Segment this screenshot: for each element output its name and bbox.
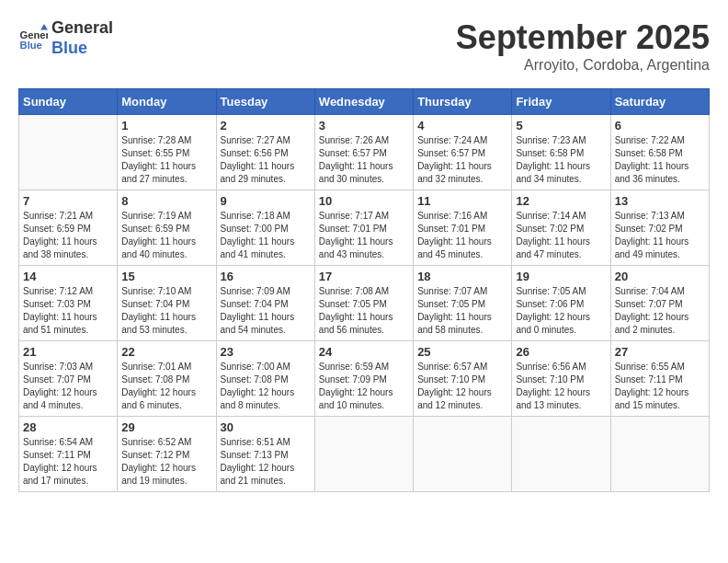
calendar-cell: 5Sunrise: 7:23 AMSunset: 6:58 PMDaylight… bbox=[512, 115, 610, 190]
day-number: 6 bbox=[615, 119, 705, 132]
day-number: 11 bbox=[417, 194, 507, 208]
calendar-week-row: 21Sunrise: 7:03 AMSunset: 7:07 PMDayligh… bbox=[19, 341, 710, 417]
day-header-tuesday: Tuesday bbox=[216, 89, 314, 115]
day-number: 14 bbox=[23, 270, 113, 283]
calendar-cell bbox=[414, 417, 512, 492]
day-header-wednesday: Wednesday bbox=[314, 89, 413, 115]
day-info: Sunrise: 7:24 AMSunset: 6:57 PMDaylight:… bbox=[417, 134, 507, 186]
day-info: Sunrise: 7:00 AMSunset: 7:08 PMDaylight:… bbox=[221, 361, 311, 412]
day-number: 8 bbox=[121, 194, 211, 208]
calendar-cell: 28Sunrise: 6:54 AMSunset: 7:11 PMDayligh… bbox=[19, 417, 118, 492]
day-info: Sunrise: 6:59 AMSunset: 7:09 PMDaylight:… bbox=[319, 361, 409, 412]
calendar-cell: 19Sunrise: 7:05 AMSunset: 7:06 PMDayligh… bbox=[512, 266, 610, 341]
day-header-saturday: Saturday bbox=[610, 89, 709, 115]
day-number: 20 bbox=[615, 270, 705, 283]
day-info: Sunrise: 7:05 AMSunset: 7:06 PMDaylight:… bbox=[516, 285, 606, 337]
day-number: 22 bbox=[121, 345, 211, 359]
calendar-cell: 7Sunrise: 7:21 AMSunset: 6:59 PMDaylight… bbox=[19, 190, 118, 266]
calendar-cell: 29Sunrise: 6:52 AMSunset: 7:12 PMDayligh… bbox=[118, 417, 216, 492]
month-title: September 2025 bbox=[456, 18, 710, 57]
calendar-cell: 11Sunrise: 7:16 AMSunset: 7:01 PMDayligh… bbox=[414, 190, 512, 266]
day-info: Sunrise: 7:18 AMSunset: 7:00 PMDaylight:… bbox=[221, 210, 311, 261]
calendar-cell: 4Sunrise: 7:24 AMSunset: 6:57 PMDaylight… bbox=[414, 115, 512, 190]
day-number: 1 bbox=[121, 119, 211, 132]
day-number: 24 bbox=[319, 345, 409, 359]
day-info: Sunrise: 6:51 AMSunset: 7:13 PMDaylight:… bbox=[221, 436, 311, 488]
calendar-cell: 3Sunrise: 7:26 AMSunset: 6:57 PMDaylight… bbox=[314, 115, 413, 190]
calendar-cell: 30Sunrise: 6:51 AMSunset: 7:13 PMDayligh… bbox=[216, 417, 314, 492]
day-info: Sunrise: 7:28 AMSunset: 6:55 PMDaylight:… bbox=[121, 134, 211, 186]
day-info: Sunrise: 7:26 AMSunset: 6:57 PMDaylight:… bbox=[319, 134, 409, 186]
day-info: Sunrise: 7:21 AMSunset: 6:59 PMDaylight:… bbox=[23, 210, 113, 261]
calendar-cell: 12Sunrise: 7:14 AMSunset: 7:02 PMDayligh… bbox=[512, 190, 610, 266]
day-number: 18 bbox=[417, 270, 507, 283]
day-info: Sunrise: 7:12 AMSunset: 7:03 PMDaylight:… bbox=[23, 285, 113, 337]
day-number: 13 bbox=[615, 194, 705, 208]
day-info: Sunrise: 7:01 AMSunset: 7:08 PMDaylight:… bbox=[121, 361, 211, 412]
day-info: Sunrise: 6:55 AMSunset: 7:11 PMDaylight:… bbox=[615, 361, 705, 412]
logo-text: General Blue bbox=[51, 18, 113, 58]
day-number: 5 bbox=[516, 119, 606, 132]
svg-text:Blue: Blue bbox=[20, 40, 42, 51]
calendar-cell bbox=[19, 115, 118, 190]
svg-text:General: General bbox=[20, 29, 48, 40]
title-block: September 2025 Arroyito, Cordoba, Argent… bbox=[456, 18, 710, 74]
calendar-cell: 13Sunrise: 7:13 AMSunset: 7:02 PMDayligh… bbox=[610, 190, 709, 266]
day-info: Sunrise: 7:22 AMSunset: 6:58 PMDaylight:… bbox=[615, 134, 705, 186]
day-info: Sunrise: 7:08 AMSunset: 7:05 PMDaylight:… bbox=[319, 285, 409, 337]
day-info: Sunrise: 7:23 AMSunset: 6:58 PMDaylight:… bbox=[516, 134, 606, 186]
day-number: 2 bbox=[221, 119, 311, 132]
calendar-cell: 22Sunrise: 7:01 AMSunset: 7:08 PMDayligh… bbox=[118, 341, 216, 417]
svg-marker-2 bbox=[40, 24, 48, 29]
logo-line2: Blue bbox=[51, 39, 113, 59]
day-info: Sunrise: 7:16 AMSunset: 7:01 PMDaylight:… bbox=[417, 210, 507, 261]
calendar-cell: 9Sunrise: 7:18 AMSunset: 7:00 PMDaylight… bbox=[216, 190, 314, 266]
page-header: General Blue General Blue September 2025… bbox=[18, 18, 710, 74]
calendar-cell: 21Sunrise: 7:03 AMSunset: 7:07 PMDayligh… bbox=[19, 341, 118, 417]
calendar-cell: 6Sunrise: 7:22 AMSunset: 6:58 PMDaylight… bbox=[610, 115, 709, 190]
day-number: 15 bbox=[121, 270, 211, 283]
calendar-cell: 14Sunrise: 7:12 AMSunset: 7:03 PMDayligh… bbox=[19, 266, 118, 341]
day-info: Sunrise: 7:07 AMSunset: 7:05 PMDaylight:… bbox=[417, 285, 507, 337]
calendar-cell: 2Sunrise: 7:27 AMSunset: 6:56 PMDaylight… bbox=[216, 115, 314, 190]
day-number: 21 bbox=[23, 345, 113, 359]
day-number: 17 bbox=[319, 270, 409, 283]
day-number: 9 bbox=[221, 194, 311, 208]
calendar-header-row: SundayMondayTuesdayWednesdayThursdayFrid… bbox=[19, 89, 710, 115]
calendar-week-row: 1Sunrise: 7:28 AMSunset: 6:55 PMDaylight… bbox=[19, 115, 710, 190]
day-header-sunday: Sunday bbox=[19, 89, 118, 115]
calendar-week-row: 28Sunrise: 6:54 AMSunset: 7:11 PMDayligh… bbox=[19, 417, 710, 492]
day-info: Sunrise: 7:14 AMSunset: 7:02 PMDaylight:… bbox=[516, 210, 606, 261]
calendar-cell: 1Sunrise: 7:28 AMSunset: 6:55 PMDaylight… bbox=[118, 115, 216, 190]
day-number: 12 bbox=[516, 194, 606, 208]
calendar-cell: 17Sunrise: 7:08 AMSunset: 7:05 PMDayligh… bbox=[314, 266, 413, 341]
calendar-cell: 8Sunrise: 7:19 AMSunset: 6:59 PMDaylight… bbox=[118, 190, 216, 266]
day-header-thursday: Thursday bbox=[414, 89, 512, 115]
day-number: 23 bbox=[221, 345, 311, 359]
day-number: 27 bbox=[615, 345, 705, 359]
calendar-cell: 23Sunrise: 7:00 AMSunset: 7:08 PMDayligh… bbox=[216, 341, 314, 417]
calendar-cell: 18Sunrise: 7:07 AMSunset: 7:05 PMDayligh… bbox=[414, 266, 512, 341]
day-info: Sunrise: 6:57 AMSunset: 7:10 PMDaylight:… bbox=[417, 361, 507, 412]
logo-line1: General bbox=[51, 18, 113, 39]
calendar-cell: 10Sunrise: 7:17 AMSunset: 7:01 PMDayligh… bbox=[314, 190, 413, 266]
day-info: Sunrise: 7:27 AMSunset: 6:56 PMDaylight:… bbox=[221, 134, 311, 186]
calendar-cell: 27Sunrise: 6:55 AMSunset: 7:11 PMDayligh… bbox=[610, 341, 709, 417]
calendar-cell: 25Sunrise: 6:57 AMSunset: 7:10 PMDayligh… bbox=[414, 341, 512, 417]
day-number: 29 bbox=[121, 420, 211, 434]
day-number: 28 bbox=[23, 420, 113, 434]
calendar-cell: 16Sunrise: 7:09 AMSunset: 7:04 PMDayligh… bbox=[216, 266, 314, 341]
calendar-cell: 15Sunrise: 7:10 AMSunset: 7:04 PMDayligh… bbox=[118, 266, 216, 341]
day-number: 16 bbox=[221, 270, 311, 283]
calendar-cell bbox=[512, 417, 610, 492]
calendar-cell: 26Sunrise: 6:56 AMSunset: 7:10 PMDayligh… bbox=[512, 341, 610, 417]
calendar-cell bbox=[610, 417, 709, 492]
day-number: 7 bbox=[23, 194, 113, 208]
day-number: 3 bbox=[319, 119, 409, 132]
day-number: 26 bbox=[516, 345, 606, 359]
logo-icon: General Blue bbox=[18, 24, 48, 53]
day-info: Sunrise: 7:03 AMSunset: 7:07 PMDaylight:… bbox=[23, 361, 113, 412]
day-info: Sunrise: 6:56 AMSunset: 7:10 PMDaylight:… bbox=[516, 361, 606, 412]
calendar-week-row: 14Sunrise: 7:12 AMSunset: 7:03 PMDayligh… bbox=[19, 266, 710, 341]
location-subtitle: Arroyito, Cordoba, Argentina bbox=[456, 57, 710, 74]
